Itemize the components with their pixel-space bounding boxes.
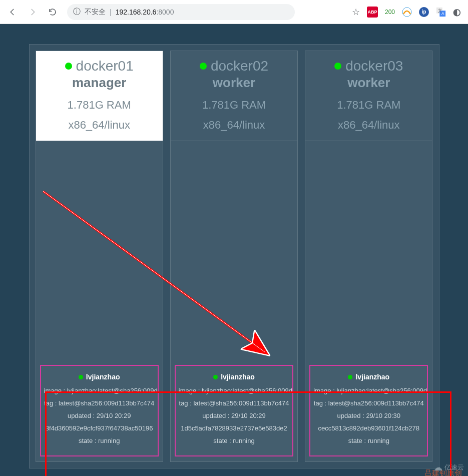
node-name: docker01 — [40, 58, 159, 74]
node-ram: 1.781G RAM — [40, 99, 159, 112]
avast-icon[interactable] — [402, 7, 412, 17]
node-role: worker — [175, 75, 293, 91]
extension-badge-count: 200 — [385, 9, 395, 16]
node-arch: x86_64/linux — [40, 119, 159, 132]
node-column-docker01[interactable]: docker01 manager 1.781G RAM x86_64/linux… — [36, 51, 163, 462]
node-role: manager — [40, 75, 159, 91]
task-image: image : lvjianzhao:latest@sha256:009d113… — [313, 387, 424, 394]
node-body: lvjianzhao image : lvjianzhao:latest@sha… — [36, 141, 163, 461]
node-header: docker03 worker 1.781G RAM x86_64/linux — [305, 51, 432, 141]
status-dot-icon — [79, 375, 83, 379]
ip-extension-icon[interactable]: ip — [419, 7, 429, 17]
task-state: state : running — [44, 437, 155, 444]
node-header: docker01 manager 1.781G RAM x86_64/linux — [36, 51, 163, 141]
task-image: image : lvjianzhao:latest@sha256:009d113… — [44, 387, 155, 394]
node-ram: 1.781G RAM — [175, 99, 293, 112]
browser-toolbar: ⓘ 不安全 | 192.168.20.6:8000 ☆ ABP 200 ip 文… — [0, 0, 468, 24]
task-tag: tag : latest@sha256:009d113bb7c474 — [313, 399, 424, 407]
task-card[interactable]: lvjianzhao image : lvjianzhao:latest@sha… — [175, 365, 293, 456]
page-content: docker01 manager 1.781G RAM x86_64/linux… — [0, 24, 468, 476]
task-id: cecc5813c892deb93601f124cb278 — [313, 424, 424, 432]
node-ram: 1.781G RAM — [309, 99, 428, 112]
svg-point-0 — [402, 8, 411, 17]
task-id: 3f4d360592e9cfcf937f64738ac50196 — [44, 424, 155, 432]
task-updated: updated : 29/10 20:29 — [179, 412, 289, 419]
task-tag: tag : latest@sha256:009d113bb7c474 — [179, 399, 289, 407]
separator: | — [110, 8, 112, 16]
task-card[interactable]: lvjianzhao image : lvjianzhao:latest@sha… — [309, 365, 428, 456]
node-body: lvjianzhao image : lvjianzhao:latest@sha… — [171, 141, 297, 461]
svg-text:A: A — [441, 12, 444, 16]
adblock-icon[interactable]: ABP — [367, 7, 378, 18]
cloud-icon: ☁ — [433, 462, 442, 473]
forward-button[interactable] — [24, 4, 41, 21]
node-arch: x86_64/linux — [309, 119, 428, 132]
reload-button[interactable] — [44, 4, 61, 21]
url-text: 192.168.20.6:8000 — [116, 8, 174, 16]
address-bar[interactable]: ⓘ 不安全 | 192.168.20.6:8000 — [67, 4, 295, 20]
task-title: lvjianzhao — [313, 373, 424, 381]
status-dot-icon — [334, 63, 341, 70]
status-dot-icon — [213, 375, 218, 379]
bookmark-star-icon[interactable]: ☆ — [352, 7, 360, 18]
task-card[interactable]: lvjianzhao image : lvjianzhao:latest@sha… — [40, 365, 159, 456]
task-state: state : running — [179, 437, 289, 444]
task-title: lvjianzhao — [44, 373, 155, 381]
security-label: 不安全 — [85, 8, 106, 17]
task-state: state : running — [313, 437, 424, 444]
watermark-logo: ☁ 亿速云 — [433, 462, 464, 473]
node-header: docker02 worker 1.781G RAM x86_64/linux — [171, 51, 297, 141]
task-image: image : lvjianzhao:latest@sha256:009d113… — [179, 387, 289, 394]
node-name: docker02 — [175, 58, 293, 74]
node-body: lvjianzhao image : lvjianzhao:latest@sha… — [305, 141, 432, 461]
node-arch: x86_64/linux — [175, 119, 293, 132]
swarm-board: docker01 manager 1.781G RAM x86_64/linux… — [29, 44, 439, 468]
task-title: lvjianzhao — [179, 373, 289, 381]
node-column-docker02[interactable]: docker02 worker 1.781G RAM x86_64/linux … — [170, 51, 298, 462]
node-role: worker — [309, 75, 428, 91]
task-tag: tag : latest@sha256:009d113bb7c474 — [44, 399, 155, 407]
task-id: 1d5c5adfa7828933e2737e5e583de2 — [179, 424, 289, 432]
site-info-icon[interactable]: ⓘ — [73, 7, 81, 17]
status-dot-icon — [348, 375, 352, 379]
profile-menu-icon[interactable]: ◐ — [453, 7, 461, 18]
task-updated: updated : 29/10 20:30 — [313, 412, 424, 419]
task-updated: updated : 29/10 20:29 — [44, 412, 155, 419]
node-name: docker03 — [309, 58, 428, 74]
node-column-docker03[interactable]: docker03 worker 1.781G RAM x86_64/linux … — [305, 51, 432, 462]
extensions-area: ☆ ABP 200 ip 文A ◐ — [352, 7, 464, 18]
status-dot-icon — [65, 63, 72, 70]
status-dot-icon — [200, 63, 207, 70]
back-button[interactable] — [4, 4, 21, 21]
google-translate-icon[interactable]: 文A — [436, 7, 446, 17]
